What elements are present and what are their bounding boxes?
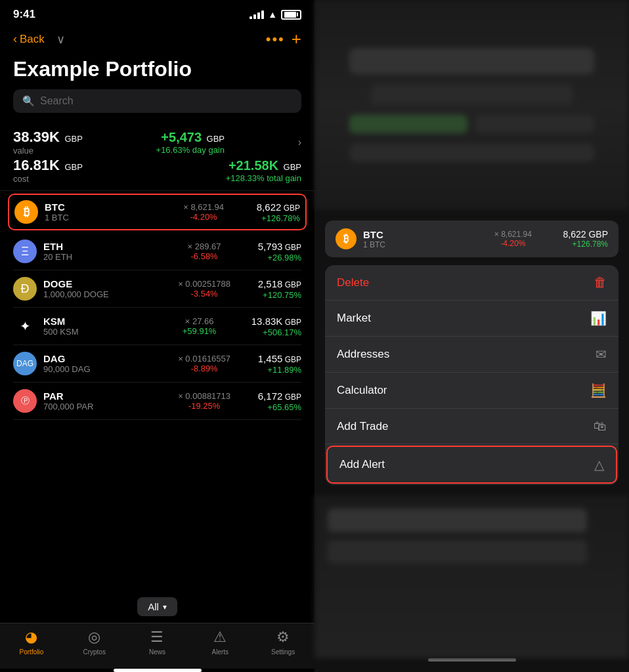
day-gain-currency: GBP	[207, 134, 225, 144]
dag-amount: 90,000 DAG	[43, 364, 150, 374]
cost-label: cost	[13, 174, 83, 184]
value-currency: GBP	[64, 134, 82, 144]
portfolio-title: Example Portfolio	[0, 54, 314, 89]
ksm-total-gain: +506.17%	[251, 327, 301, 337]
coin-list: ₿ BTC 1 BTC × 8,621.94 -4.20% 8,622 GBP …	[0, 191, 314, 587]
eth-value: 5,793 GBP	[258, 241, 301, 253]
ksm-info: KSM 500 KSM	[43, 316, 147, 337]
search-input[interactable]: Search	[40, 95, 74, 107]
menu-item-market[interactable]: Market 📊	[325, 301, 618, 337]
status-icons: ▲	[249, 9, 301, 20]
blurred-top	[314, 0, 629, 210]
cryptos-icon: ◎	[88, 629, 100, 646]
dag-multiplier: × 0.01616557	[150, 354, 257, 364]
nav-bar: ‹ Back ∨ ••• +	[0, 24, 314, 54]
news-icon: ☰	[150, 629, 163, 646]
tab-cryptos[interactable]: ◎ Cryptos	[63, 629, 126, 656]
more-options-button[interactable]: •••	[266, 31, 285, 48]
dropdown-icon[interactable]: ∨	[56, 32, 65, 47]
portfolio-cost: 16.81K	[13, 157, 60, 173]
btc-info: BTC 1 BTC	[45, 201, 150, 222]
total-gain-percent: +128.33% total gain	[226, 173, 301, 183]
par-value: 6,172 GBP	[258, 390, 301, 402]
doge-info: DOGE 1,000,000 DOGE	[43, 278, 150, 299]
tab-alerts-label: Alerts	[212, 648, 229, 656]
back-button[interactable]: ‹ Back	[13, 32, 45, 46]
blurred-row-1	[328, 509, 587, 532]
ksm-icon: ✦	[13, 314, 37, 338]
btc-total-gain: +126.78%	[257, 213, 300, 223]
chevron-right-icon: ›	[298, 136, 301, 148]
coin-row-ksm[interactable]: ✦ KSM 500 KSM × 27.66 +59.91% 13.83K GBP…	[13, 308, 301, 345]
btc-value: 8,622 GBP	[257, 201, 300, 213]
right-panel: ₿ BTC 1 BTC × 8,621.94 -4.20% 8,622 GBP …	[314, 0, 629, 672]
ksm-value: 13.83K GBP	[251, 316, 301, 327]
menu-item-delete[interactable]: Delete 🗑	[325, 265, 618, 301]
btc-multiplier: × 8,621.94	[150, 202, 256, 212]
blurred-subtitle	[371, 85, 573, 104]
tab-portfolio[interactable]: ◕ Portfolio	[0, 629, 63, 656]
btc-name: BTC	[45, 201, 150, 213]
coin-row-par[interactable]: Ⓟ PAR 700,000 PAR × 0.00881713 -19.25% 6…	[13, 383, 301, 420]
tab-settings[interactable]: ⚙ Settings	[251, 629, 314, 656]
btc-preview-card: ₿ BTC 1 BTC × 8,621.94 -4.20% 8,622 GBP …	[325, 220, 618, 257]
add-alert-label: Add Alert	[339, 458, 385, 471]
left-panel: 9:41 ▲ ‹ Back ∨ ••• + Example Portfolio	[0, 0, 314, 672]
btc-value-info: 8,622 GBP +126.78%	[257, 201, 300, 223]
tab-news[interactable]: ☰ News	[126, 629, 189, 656]
dag-name: DAG	[43, 353, 150, 364]
battery-icon	[281, 10, 301, 20]
eth-name: ETH	[43, 241, 150, 252]
add-button[interactable]: +	[292, 29, 301, 49]
filter-row: All ▾	[0, 587, 314, 623]
btc-preview-price-info: × 8,621.94 -4.20%	[463, 230, 563, 248]
value-label: value	[13, 146, 83, 156]
eth-icon: Ξ	[13, 240, 37, 263]
cost-row: 16.81K GBP cost +21.58K GBP +128.33% tot…	[13, 157, 301, 184]
doge-amount: 1,000,000 DOGE	[43, 289, 150, 299]
coin-row-btc[interactable]: ₿ BTC 1 BTC × 8,621.94 -4.20% 8,622 GBP …	[8, 194, 307, 230]
doge-name: DOGE	[43, 278, 150, 289]
dag-info: DAG 90,000 DAG	[43, 353, 150, 374]
eth-value-info: 5,793 GBP +26.98%	[258, 241, 301, 262]
home-indicator	[114, 669, 202, 672]
doge-icon: Ð	[13, 277, 37, 301]
search-bar[interactable]: 🔍 Search	[13, 89, 301, 113]
par-change: -19.25%	[150, 401, 257, 411]
search-icon: 🔍	[22, 95, 35, 107]
alert-icon: △	[594, 457, 604, 472]
menu-item-addresses[interactable]: Addresses ✉	[325, 337, 618, 373]
tab-cryptos-label: Cryptos	[83, 648, 105, 656]
par-amount: 700,000 PAR	[43, 402, 150, 411]
dag-value: 1,455 GBP	[258, 353, 301, 365]
add-trade-label: Add Trade	[337, 420, 388, 433]
portfolio-stats: 38.39K GBP value +5,473 GBP +16.63% day …	[0, 123, 314, 191]
coin-row-doge[interactable]: Ð DOGE 1,000,000 DOGE × 0.00251788 -3.54…	[13, 270, 301, 308]
doge-total-gain: +120.75%	[258, 290, 301, 300]
tab-settings-label: Settings	[271, 648, 295, 656]
context-menu: Delete 🗑 Market 📊 Addresses ✉ Calculator…	[325, 265, 618, 485]
blurred-gain	[349, 115, 468, 133]
tab-alerts[interactable]: ⚠ Alerts	[188, 629, 251, 656]
filter-button[interactable]: All ▾	[137, 597, 177, 616]
btc-preview-info: BTC 1 BTC	[363, 229, 463, 249]
doge-value-info: 2,518 GBP +120.75%	[258, 278, 301, 300]
market-label: Market	[337, 312, 371, 325]
menu-item-calculator[interactable]: Calculator 🧮	[325, 373, 618, 409]
value-row: 38.39K GBP value +5,473 GBP +16.63% day …	[13, 129, 301, 156]
coin-row-dag[interactable]: DAG DAG 90,000 DAG × 0.01616557 -8.89% 1…	[13, 345, 301, 383]
menu-item-add-trade[interactable]: Add Trade 🛍	[325, 409, 618, 444]
tab-bar: ◕ Portfolio ◎ Cryptos ☰ News ⚠ Alerts ⚙ …	[0, 623, 314, 669]
coin-row-eth[interactable]: Ξ ETH 20 ETH × 289.67 -6.58% 5,793 GBP +…	[13, 233, 301, 270]
menu-item-add-alert[interactable]: Add Alert △	[326, 446, 617, 484]
context-menu-area: ₿ BTC 1 BTC × 8,621.94 -4.20% 8,622 GBP …	[314, 210, 629, 495]
par-value-info: 6,172 GBP +65.65%	[258, 390, 301, 412]
par-name: PAR	[43, 390, 150, 402]
eth-info: ETH 20 ETH	[43, 241, 150, 262]
eth-price-info: × 289.67 -6.58%	[150, 242, 257, 261]
btc-amount: 1 BTC	[45, 213, 150, 222]
ksm-value-info: 13.83K GBP +506.17%	[251, 316, 301, 337]
btc-price-info: × 8,621.94 -4.20%	[150, 202, 256, 222]
dag-value-info: 1,455 GBP +11.89%	[258, 353, 301, 375]
btc-preview-value: 8,622 GBP	[563, 229, 609, 240]
